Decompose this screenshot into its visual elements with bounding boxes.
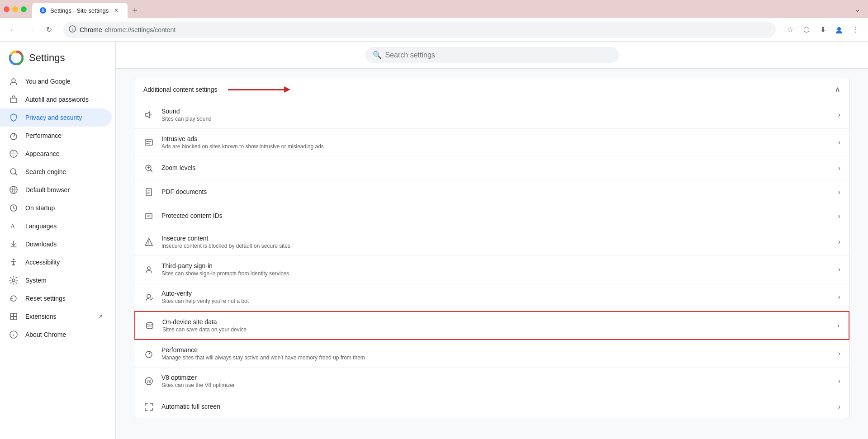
tab-bar: S Settings - Site settings ✕ + ⌄ [0, 0, 868, 18]
settings-item-pdf-documents[interactable]: PDF documents › [134, 180, 849, 204]
tab-favicon: S [39, 7, 47, 14]
tab-close-button[interactable]: ✕ [112, 6, 120, 14]
back-button[interactable]: ← [5, 23, 20, 37]
traffic-light-red[interactable] [4, 6, 9, 12]
sidebar-item-search-engine[interactable]: Search engine [0, 163, 112, 181]
svg-point-17 [12, 279, 15, 282]
pdf-documents-title: PDF documents [161, 188, 831, 195]
reset-settings-icon [9, 294, 18, 303]
settings-item-automatic-full-screen[interactable]: Automatic full screen › [134, 395, 849, 419]
download-button[interactable]: ⬇ [816, 23, 830, 37]
v8-optimizer-title: V8 optimizer [161, 374, 831, 381]
on-startup-icon [9, 203, 18, 212]
system-icon [9, 276, 18, 285]
settings-item-sound[interactable]: Sound Sites can play sound › [134, 101, 849, 129]
sidebar-item-about-chrome[interactable]: i About Chrome [0, 326, 112, 344]
settings-item-protected-content[interactable]: Protected content IDs › [134, 204, 849, 228]
sound-title: Sound [161, 108, 831, 115]
settings-item-auto-verify[interactable]: Auto-verify Sites can help verify you're… [134, 283, 849, 311]
protected-content-icon [143, 211, 154, 222]
on-device-site-data-title: On-device site data [162, 318, 830, 326]
third-party-signin-title: Third-party sign-in [161, 262, 831, 269]
sidebar-item-label-extensions: Extensions [25, 313, 56, 320]
v8-optimizer-arrow: › [838, 377, 840, 385]
url-path: chrome://settings/content [105, 26, 175, 33]
toolbar-actions: ☆ ⬡ ⬇ ⋮ [783, 23, 863, 37]
section-collapse-icon[interactable]: ∧ [835, 85, 840, 94]
third-party-signin-content: Third-party sign-in Sites can show sign-… [161, 262, 831, 277]
auto-verify-title: Auto-verify [161, 290, 831, 297]
settings-item-intrusive-ads[interactable]: Intrusive ads Ads are blocked on sites k… [134, 129, 849, 156]
reload-button[interactable]: ↻ [42, 23, 56, 37]
profile-button[interactable] [832, 23, 846, 37]
forward-button[interactable]: → [24, 23, 38, 37]
sidebar-item-default-browser[interactable]: Default browser [0, 181, 112, 199]
settings-item-v8-optimizer[interactable]: V8 V8 optimizer Sites can use the V8 opt… [134, 368, 849, 395]
settings-item-performance-setting[interactable]: Performance Manage sites that will alway… [134, 340, 849, 368]
settings-title: Settings [29, 52, 65, 64]
sidebar-item-you-and-google[interactable]: You and Google [0, 72, 112, 90]
search-input[interactable] [385, 51, 612, 59]
sidebar-item-label-downloads: Downloads [25, 241, 57, 248]
search-bar-container: 🔍 [116, 42, 868, 69]
you-and-google-icon [9, 77, 18, 86]
zoom-levels-title: Zoom levels [161, 164, 831, 171]
extension-button[interactable]: ⬡ [799, 23, 814, 37]
traffic-light-green[interactable] [21, 6, 27, 12]
sidebar-nav: You and Google Autofill and passwords Pr… [0, 72, 115, 344]
zoom-levels-icon [143, 163, 154, 174]
svg-rect-25 [145, 140, 152, 145]
menu-button[interactable]: ⋮ [848, 23, 863, 37]
on-device-site-data-content: On-device site data Sites can save data … [162, 318, 830, 333]
v8-optimizer-desc: Sites can use the V8 optimizer [161, 382, 831, 388]
settings-item-insecure-content[interactable]: Insecure content Insecure content is blo… [134, 228, 849, 256]
svg-point-8 [12, 79, 15, 82]
sidebar-item-appearance[interactable]: Appearance [0, 145, 112, 163]
settings-item-third-party-signin[interactable]: Third-party sign-in Sites can show sign-… [134, 256, 849, 283]
sidebar-item-label-accessibility: Accessibility [25, 259, 60, 266]
performance-setting-icon [143, 348, 154, 359]
pdf-documents-arrow: › [838, 188, 840, 196]
active-tab[interactable]: S Settings - Site settings ✕ [32, 3, 128, 18]
svg-rect-20 [10, 316, 14, 320]
sidebar-item-privacy-security[interactable]: Privacy and security [0, 109, 112, 127]
on-device-site-data-icon [144, 320, 155, 331]
sound-content: Sound Sites can play sound [161, 108, 831, 122]
bookmark-button[interactable]: ☆ [783, 23, 797, 37]
sidebar-item-languages[interactable]: A Languages [0, 217, 112, 235]
sidebar-item-on-startup[interactable]: On startup [0, 199, 112, 217]
performance-icon [9, 131, 18, 140]
traffic-light-yellow[interactable] [12, 6, 18, 12]
url-prefix: Chrome [80, 26, 102, 33]
sidebar: Settings You and Google Autofill and pas… [0, 42, 116, 439]
sidebar-item-reset-settings[interactable]: Reset settings [0, 289, 112, 307]
third-party-signin-icon [143, 264, 154, 275]
sidebar-item-label-reset-settings: Reset settings [25, 295, 66, 302]
sidebar-item-downloads[interactable]: Downloads [0, 235, 112, 253]
svg-rect-28 [146, 213, 152, 219]
page-content: Additional content settings ∧ [116, 69, 868, 439]
intrusive-ads-content: Intrusive ads Ads are blocked on sites k… [161, 135, 831, 150]
insecure-content-title: Insecure content [161, 235, 831, 242]
sidebar-item-system[interactable]: System [0, 271, 112, 289]
settings-items-list: Sound Sites can play sound › Intrusive a… [134, 101, 849, 419]
new-tab-button[interactable]: + [128, 4, 141, 17]
section-header[interactable]: Additional content settings ∧ [134, 78, 849, 101]
sidebar-item-label-about-chrome: About Chrome [25, 331, 66, 338]
sidebar-item-autofill[interactable]: Autofill and passwords [0, 90, 112, 109]
sidebar-item-accessibility[interactable]: Accessibility [0, 253, 112, 271]
performance-setting-title: Performance [161, 346, 831, 354]
external-link-icon: ↗ [98, 313, 103, 320]
address-bar[interactable]: i Chrome chrome://settings/content [63, 22, 776, 38]
url-display: Chrome chrome://settings/content [80, 26, 770, 33]
automatic-full-screen-arrow: › [838, 403, 840, 411]
auto-verify-content: Auto-verify Sites can help verify you're… [161, 290, 831, 304]
insecure-content-icon [143, 236, 154, 247]
sidebar-item-extensions[interactable]: Extensions ↗ [0, 307, 112, 326]
sidebar-header: Settings [0, 45, 115, 72]
sidebar-item-performance[interactable]: Performance [0, 127, 112, 145]
automatic-full-screen-icon [143, 401, 154, 412]
settings-item-zoom-levels[interactable]: Zoom levels › [134, 156, 849, 180]
settings-item-on-device-site-data[interactable]: On-device site data Sites can save data … [134, 311, 849, 340]
sidebar-item-label-languages: Languages [25, 222, 57, 230]
